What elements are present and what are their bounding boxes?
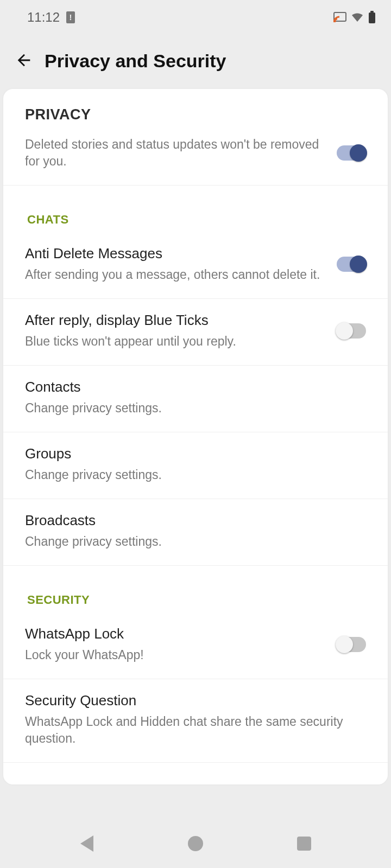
row-subtitle: WhatsApp Lock and Hidden chat share the … bbox=[25, 713, 366, 747]
settings-card: PRIVACY Deleted stories and status updat… bbox=[3, 89, 388, 784]
row-title: Anti Delete Messages bbox=[25, 245, 324, 262]
section-chats-label: CHATS bbox=[3, 186, 388, 232]
nav-home-button[interactable] bbox=[185, 833, 206, 854]
svg-rect-3 bbox=[369, 12, 375, 23]
blue-ticks-toggle[interactable] bbox=[337, 323, 366, 339]
row-title: Groups bbox=[25, 445, 366, 462]
section-privacy-label: PRIVACY bbox=[3, 89, 388, 129]
anti-delete-toggle[interactable] bbox=[337, 257, 366, 272]
row-title: After reply, display Blue Ticks bbox=[25, 312, 324, 329]
blue-ticks-row[interactable]: After reply, display Blue Ticks Blue tic… bbox=[3, 299, 388, 366]
back-button[interactable] bbox=[11, 48, 37, 74]
section-security-label: SECURITY bbox=[3, 566, 388, 612]
status-time: 11:12 bbox=[27, 10, 60, 25]
arrow-left-icon bbox=[15, 51, 33, 71]
row-subtitle: Change privacy settings. bbox=[25, 467, 366, 483]
privacy-desc: Deleted stories and status updates won't… bbox=[25, 136, 324, 170]
wifi-icon bbox=[351, 12, 364, 23]
anti-delete-messages-row[interactable]: Anti Delete Messages After sending you a… bbox=[3, 232, 388, 299]
battery-icon bbox=[368, 11, 376, 24]
broadcasts-row[interactable]: Broadcasts Change privacy settings. bbox=[3, 499, 388, 566]
privacy-toggle[interactable] bbox=[337, 145, 366, 161]
triangle-back-icon bbox=[80, 835, 93, 852]
row-title: Broadcasts bbox=[25, 512, 366, 529]
security-question-row[interactable]: Security Question WhatsApp Lock and Hidd… bbox=[3, 679, 388, 763]
privacy-anti-delete-stories-row[interactable]: Deleted stories and status updates won't… bbox=[3, 129, 388, 186]
nav-recent-button[interactable] bbox=[293, 833, 315, 854]
row-subtitle: Blue ticks won't appear until you reply. bbox=[25, 333, 324, 350]
sim-alert-icon bbox=[66, 11, 75, 23]
contacts-row[interactable]: Contacts Change privacy settings. bbox=[3, 366, 388, 432]
cast-icon bbox=[333, 12, 346, 23]
row-subtitle: Change privacy settings. bbox=[25, 533, 366, 550]
circle-home-icon bbox=[188, 836, 203, 851]
svg-point-1 bbox=[334, 20, 336, 22]
row-title: Contacts bbox=[25, 379, 366, 395]
row-subtitle: Lock your WhatsApp! bbox=[25, 647, 324, 663]
nav-back-button[interactable] bbox=[76, 833, 98, 854]
system-nav-bar bbox=[0, 819, 391, 868]
page-header: Privacy and Security bbox=[0, 35, 391, 87]
whatsapp-lock-row[interactable]: WhatsApp Lock Lock your WhatsApp! bbox=[3, 612, 388, 679]
status-bar: 11:12 bbox=[0, 0, 391, 35]
row-subtitle: Change privacy settings. bbox=[25, 400, 366, 417]
row-title: WhatsApp Lock bbox=[25, 626, 324, 642]
row-title: Security Question bbox=[25, 692, 366, 709]
row-subtitle: After sending you a message, others cann… bbox=[25, 266, 324, 283]
whatsapp-lock-toggle[interactable] bbox=[337, 637, 366, 652]
page-title: Privacy and Security bbox=[45, 50, 226, 72]
svg-rect-2 bbox=[370, 11, 374, 12]
square-recent-icon bbox=[297, 837, 311, 851]
groups-row[interactable]: Groups Change privacy settings. bbox=[3, 432, 388, 499]
